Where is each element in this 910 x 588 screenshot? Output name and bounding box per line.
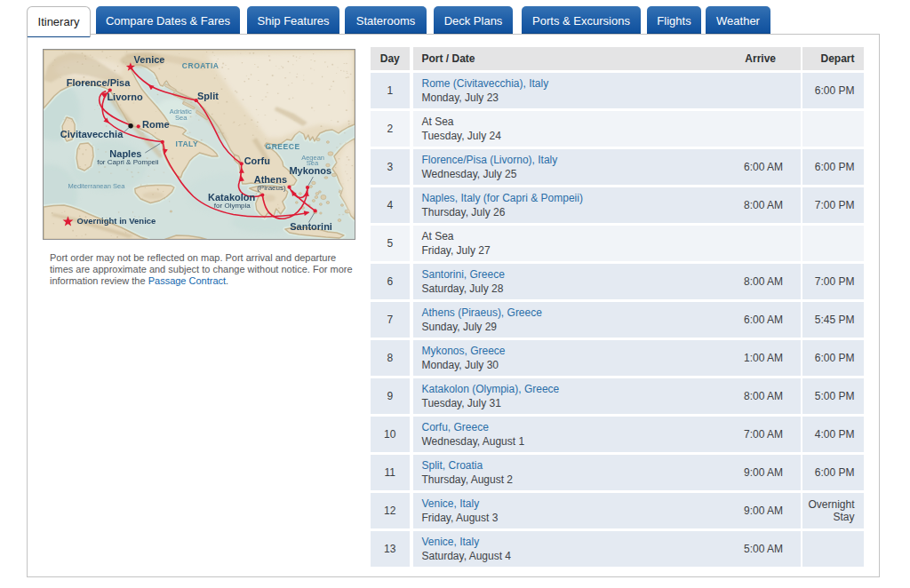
svg-text:CROATIA: CROATIA (182, 61, 220, 70)
svg-text:for Capri & Pompeii: for Capri & Pompeii (97, 158, 159, 166)
svg-text:Venice: Venice (134, 54, 165, 65)
svg-text:Sea: Sea (175, 114, 188, 122)
svg-text:ITALY: ITALY (176, 139, 199, 148)
svg-text:GREECE: GREECE (266, 142, 300, 151)
svg-text:Naples: Naples (109, 148, 141, 159)
svg-text:Florence/Pisa: Florence/Pisa (67, 77, 132, 88)
svg-text:for Olympia: for Olympia (214, 202, 251, 210)
svg-text:Santorini: Santorini (290, 221, 332, 232)
svg-text:Civitavecchia: Civitavecchia (60, 129, 124, 139)
svg-text:Corfu: Corfu (244, 156, 270, 167)
svg-text:Overnight in Venice: Overnight in Venice (77, 217, 156, 226)
svg-text:Rome: Rome (142, 119, 170, 130)
svg-text:Split: Split (197, 91, 219, 101)
svg-text:Sea: Sea (307, 160, 319, 168)
svg-text:Livorno: Livorno (107, 91, 143, 102)
svg-text:(Piraeus): (Piraeus) (257, 184, 286, 192)
svg-text:Mediterranean Sea: Mediterranean Sea (68, 182, 125, 190)
